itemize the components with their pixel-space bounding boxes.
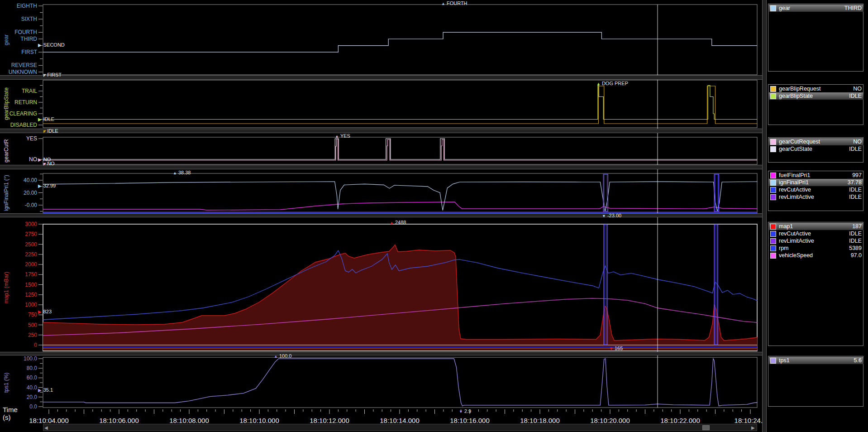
time-title-line1: Time (3, 406, 18, 413)
channel-name: tps1 (779, 357, 854, 364)
channel-value: THIRD (844, 5, 862, 11)
legend-panel-4: map1187revCutActiveIDLErevLimitActiveIDL… (768, 222, 863, 346)
legend-row-revCutActive[interactable]: revCutActiveIDLE (769, 186, 863, 193)
sidebar-separator (762, 0, 767, 432)
channel-name: revLimitActive (779, 194, 849, 200)
legend-panel-5: tps15.6 (768, 356, 863, 407)
channel-color-swatch (770, 173, 776, 178)
legend-row-ignFinalPri1[interactable]: ignFinalPri137.78 (769, 179, 863, 186)
legend-row-rpm[interactable]: rpm5389 (769, 245, 863, 252)
channel-value: 37.78 (848, 179, 862, 186)
channel-value: 5.6 (854, 357, 862, 364)
channel-color-swatch (770, 86, 776, 92)
channel-color-swatch (770, 245, 776, 251)
channel-color-swatch (770, 146, 776, 152)
channel-value: NO (853, 86, 862, 92)
legend-row-gearBlipState[interactable]: gearBlipStateIDLE (769, 92, 863, 100)
channel-value: NO (853, 139, 862, 145)
channel-name: vehicleSpeed (779, 252, 851, 259)
legend-row-gear[interactable]: gearTHIRD (769, 5, 863, 12)
time-label: 18:10:14.000 (368, 417, 431, 424)
time-label: 18:10:18.000 (508, 417, 572, 424)
channel-value: 997 (852, 172, 862, 178)
scrollbar-right-arrow-icon[interactable]: ▶ (751, 425, 755, 430)
channel-name: revCutActive (779, 230, 849, 237)
time-label: 18:10:10.000 (228, 417, 291, 424)
legend-row-revLimitActive[interactable]: revLimitActiveIDLE (769, 193, 863, 201)
legend-row-vehicleSpeed[interactable]: vehicleSpeed97.0 (769, 252, 863, 259)
time-title-line2: (s) (3, 413, 18, 421)
time-label: 18:10:08.000 (157, 417, 221, 424)
channel-color-swatch (770, 93, 776, 99)
channel-color-swatch (770, 253, 776, 259)
channel-color-swatch (770, 224, 776, 230)
legend-row-fuelFinalPri1[interactable]: fuelFinalPri1997 (769, 172, 863, 179)
time-label: 18:10:06.000 (87, 417, 151, 424)
channel-color-swatch (770, 139, 776, 145)
channel-value: 5389 (849, 245, 862, 251)
legend-row-tps1[interactable]: tps15.6 (769, 357, 863, 364)
legend-panel-3: fuelFinalPri1997ignFinalPri137.78revCutA… (768, 171, 863, 211)
time-label: 18:10:24.0 (719, 417, 762, 424)
time-axis-title: Time (s) (3, 406, 18, 421)
channel-name: fuelFinalPri1 (779, 172, 852, 178)
channel-value: 97.0 (851, 252, 862, 259)
channel-color-swatch (770, 194, 776, 200)
channel-name: gearBlipState (779, 93, 849, 99)
channel-value: IDLE (849, 93, 862, 99)
legend-row-gearBlipRequest[interactable]: gearBlipRequestNO (769, 85, 863, 92)
channel-name: revLimitActive (779, 238, 849, 244)
time-label: 18:10:16.000 (438, 417, 501, 424)
channel-name: rpm (779, 245, 849, 251)
channel-color-swatch (770, 5, 776, 11)
time-axis-labels: 18:10:04.00018:10:06.00018:10:08.00018:1… (0, 0, 762, 432)
channel-value: IDLE (849, 230, 862, 237)
channel-value: 187 (852, 223, 862, 230)
channel-value: IDLE (849, 146, 862, 152)
legend-row-map1[interactable]: map1187 (769, 223, 863, 230)
time-label: 18:10:22.000 (649, 417, 712, 424)
channel-name: gearCutRequest (779, 139, 853, 145)
legend-row-gearCutState[interactable]: gearCutStateIDLE (769, 145, 863, 153)
channel-color-swatch (770, 238, 776, 244)
channel-color-swatch (770, 187, 776, 193)
scrollbar-left-arrow-icon[interactable]: ◀ (44, 425, 48, 430)
logger-graph-window: EIGHTHSIXTHFOURTHTHIRDFIRSTREVERSEUNKNOW… (0, 0, 868, 432)
channel-value: IDLE (849, 194, 862, 200)
legend-panel-2: gearCutRequestNOgearCutStateIDLE (768, 137, 863, 163)
legend-row-revCutActive[interactable]: revCutActiveIDLE (769, 230, 863, 237)
channel-name: gear (779, 5, 844, 11)
legend-row-revLimitActive[interactable]: revLimitActiveIDLE (769, 237, 863, 245)
channel-name: ignFinalPri1 (779, 179, 848, 186)
channel-name: gearBlipRequest (779, 86, 853, 92)
channel-value: IDLE (849, 238, 862, 244)
time-label: 18:10:20.000 (578, 417, 642, 424)
channel-name: revCutActive (779, 187, 849, 193)
legend-panel-0: gearTHIRD (768, 4, 863, 72)
channel-color-swatch (770, 358, 776, 364)
scrollbar-thumb[interactable] (702, 425, 710, 430)
channel-color-swatch (770, 180, 776, 186)
legend-row-gearCutRequest[interactable]: gearCutRequestNO (769, 138, 863, 145)
channel-color-swatch (770, 231, 776, 237)
channel-value: IDLE (849, 187, 862, 193)
scrollbar-track[interactable] (43, 424, 757, 431)
time-label: 18:10:04.000 (17, 417, 81, 424)
channel-name: gearCutState (779, 146, 849, 152)
legend-panel-1: gearBlipRequestNOgearBlipStateIDLE (768, 84, 863, 125)
channel-name: map1 (779, 223, 852, 230)
time-label: 18:10:12.000 (298, 417, 361, 424)
